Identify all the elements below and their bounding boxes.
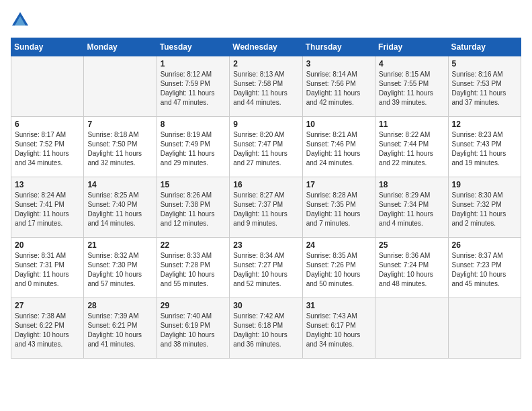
day-info: Sunrise: 8:13 AM Sunset: 7:58 PM Dayligh… xyxy=(233,70,298,107)
calendar-cell: 19Sunrise: 8:30 AM Sunset: 7:32 PM Dayli… xyxy=(448,177,521,238)
day-number: 10 xyxy=(306,120,371,129)
calendar-week-row: 6Sunrise: 8:17 AM Sunset: 7:52 PM Daylig… xyxy=(11,117,521,177)
day-number: 26 xyxy=(452,240,517,250)
day-number: 19 xyxy=(452,180,517,189)
day-number: 22 xyxy=(161,240,226,250)
calendar-week-row: 20Sunrise: 8:31 AM Sunset: 7:31 PM Dayli… xyxy=(11,238,521,298)
logo xyxy=(11,11,32,30)
day-number: 31 xyxy=(306,301,371,310)
day-info: Sunrise: 8:35 AM Sunset: 7:26 PM Dayligh… xyxy=(306,251,371,289)
day-number: 13 xyxy=(15,180,80,189)
calendar-cell: 16Sunrise: 8:27 AM Sunset: 7:37 PM Dayli… xyxy=(230,177,302,238)
calendar-cell: 5Sunrise: 8:16 AM Sunset: 7:53 PM Daylig… xyxy=(448,56,521,117)
day-of-week-header: Thursday xyxy=(302,38,375,56)
day-info: Sunrise: 8:26 AM Sunset: 7:38 PM Dayligh… xyxy=(161,191,226,228)
calendar-week-row: 1Sunrise: 8:12 AM Sunset: 7:59 PM Daylig… xyxy=(11,56,521,117)
day-number: 16 xyxy=(233,180,298,189)
day-info: Sunrise: 8:20 AM Sunset: 7:47 PM Dayligh… xyxy=(233,130,298,168)
calendar-cell: 11Sunrise: 8:22 AM Sunset: 7:44 PM Dayli… xyxy=(375,117,448,177)
day-number: 1 xyxy=(161,59,226,68)
day-of-week-header: Wednesday xyxy=(230,38,302,56)
day-number: 7 xyxy=(87,120,152,129)
day-number: 3 xyxy=(306,59,371,68)
calendar-header: SundayMondayTuesdayWednesdayThursdayFrid… xyxy=(11,38,521,56)
day-number: 2 xyxy=(233,59,298,68)
day-info: Sunrise: 7:38 AM Sunset: 6:22 PM Dayligh… xyxy=(15,312,80,349)
day-of-week-header: Tuesday xyxy=(157,38,229,56)
day-number: 11 xyxy=(379,120,444,129)
calendar-cell: 6Sunrise: 8:17 AM Sunset: 7:52 PM Daylig… xyxy=(11,117,84,177)
calendar-cell: 28Sunrise: 7:39 AM Sunset: 6:21 PM Dayli… xyxy=(84,298,157,359)
calendar-cell: 29Sunrise: 7:40 AM Sunset: 6:19 PM Dayli… xyxy=(157,298,229,359)
day-info: Sunrise: 8:30 AM Sunset: 7:32 PM Dayligh… xyxy=(452,191,517,228)
day-info: Sunrise: 8:31 AM Sunset: 7:31 PM Dayligh… xyxy=(15,251,80,289)
day-number: 9 xyxy=(233,120,298,129)
day-number: 8 xyxy=(161,120,226,129)
day-number: 17 xyxy=(306,180,371,189)
day-info: Sunrise: 8:15 AM Sunset: 7:55 PM Dayligh… xyxy=(379,70,444,107)
calendar-cell: 21Sunrise: 8:32 AM Sunset: 7:30 PM Dayli… xyxy=(84,238,157,298)
day-info: Sunrise: 8:18 AM Sunset: 7:50 PM Dayligh… xyxy=(87,130,152,168)
day-info: Sunrise: 8:28 AM Sunset: 7:35 PM Dayligh… xyxy=(306,191,371,228)
calendar-cell: 31Sunrise: 7:43 AM Sunset: 6:17 PM Dayli… xyxy=(302,298,375,359)
calendar-cell: 18Sunrise: 8:29 AM Sunset: 7:34 PM Dayli… xyxy=(375,177,448,238)
day-number: 30 xyxy=(233,301,298,310)
calendar-week-row: 13Sunrise: 8:24 AM Sunset: 7:41 PM Dayli… xyxy=(11,177,521,238)
calendar-cell: 26Sunrise: 8:37 AM Sunset: 7:23 PM Dayli… xyxy=(448,238,521,298)
calendar-cell xyxy=(448,298,521,359)
page-header xyxy=(11,11,521,30)
day-of-week-header: Friday xyxy=(375,38,448,56)
calendar-cell: 20Sunrise: 8:31 AM Sunset: 7:31 PM Dayli… xyxy=(11,238,84,298)
calendar-table: SundayMondayTuesdayWednesdayThursdayFrid… xyxy=(11,38,521,359)
day-of-week-header: Saturday xyxy=(448,38,521,56)
day-info: Sunrise: 8:34 AM Sunset: 7:27 PM Dayligh… xyxy=(233,251,298,289)
day-info: Sunrise: 8:27 AM Sunset: 7:37 PM Dayligh… xyxy=(233,191,298,228)
day-info: Sunrise: 8:37 AM Sunset: 7:23 PM Dayligh… xyxy=(452,251,517,289)
day-info: Sunrise: 7:39 AM Sunset: 6:21 PM Dayligh… xyxy=(87,312,152,349)
day-number: 4 xyxy=(379,59,444,68)
day-info: Sunrise: 8:25 AM Sunset: 7:40 PM Dayligh… xyxy=(87,191,152,228)
day-number: 14 xyxy=(87,180,152,189)
day-info: Sunrise: 8:23 AM Sunset: 7:43 PM Dayligh… xyxy=(452,130,517,168)
calendar-cell: 22Sunrise: 8:33 AM Sunset: 7:28 PM Dayli… xyxy=(157,238,229,298)
day-info: Sunrise: 8:12 AM Sunset: 7:59 PM Dayligh… xyxy=(161,70,226,107)
calendar-cell: 2Sunrise: 8:13 AM Sunset: 7:58 PM Daylig… xyxy=(230,56,302,117)
calendar-cell xyxy=(375,298,448,359)
day-info: Sunrise: 8:24 AM Sunset: 7:41 PM Dayligh… xyxy=(15,191,80,228)
day-info: Sunrise: 7:43 AM Sunset: 6:17 PM Dayligh… xyxy=(306,312,371,349)
day-of-week-header: Sunday xyxy=(11,38,84,56)
day-number: 24 xyxy=(306,240,371,250)
day-number: 23 xyxy=(233,240,298,250)
day-number: 25 xyxy=(379,240,444,250)
day-info: Sunrise: 8:17 AM Sunset: 7:52 PM Dayligh… xyxy=(15,130,80,168)
calendar-cell: 10Sunrise: 8:21 AM Sunset: 7:46 PM Dayli… xyxy=(302,117,375,177)
day-info: Sunrise: 8:21 AM Sunset: 7:46 PM Dayligh… xyxy=(306,130,371,168)
calendar-cell: 23Sunrise: 8:34 AM Sunset: 7:27 PM Dayli… xyxy=(230,238,302,298)
calendar-cell: 25Sunrise: 8:36 AM Sunset: 7:24 PM Dayli… xyxy=(375,238,448,298)
day-info: Sunrise: 8:16 AM Sunset: 7:53 PM Dayligh… xyxy=(452,70,517,107)
calendar-cell xyxy=(84,56,157,117)
calendar-body: 1Sunrise: 8:12 AM Sunset: 7:59 PM Daylig… xyxy=(11,56,521,359)
day-number: 18 xyxy=(379,180,444,189)
day-info: Sunrise: 8:14 AM Sunset: 7:56 PM Dayligh… xyxy=(306,70,371,107)
day-number: 15 xyxy=(161,180,226,189)
day-number: 12 xyxy=(452,120,517,129)
calendar-cell: 4Sunrise: 8:15 AM Sunset: 7:55 PM Daylig… xyxy=(375,56,448,117)
calendar-week-row: 27Sunrise: 7:38 AM Sunset: 6:22 PM Dayli… xyxy=(11,298,521,359)
day-number: 27 xyxy=(15,301,80,310)
calendar-cell: 3Sunrise: 8:14 AM Sunset: 7:56 PM Daylig… xyxy=(302,56,375,117)
calendar-cell: 17Sunrise: 8:28 AM Sunset: 7:35 PM Dayli… xyxy=(302,177,375,238)
day-info: Sunrise: 8:33 AM Sunset: 7:28 PM Dayligh… xyxy=(161,251,226,289)
day-info: Sunrise: 8:32 AM Sunset: 7:30 PM Dayligh… xyxy=(87,251,152,289)
calendar-cell: 15Sunrise: 8:26 AM Sunset: 7:38 PM Dayli… xyxy=(157,177,229,238)
day-of-week-header: Monday xyxy=(84,38,157,56)
header-row: SundayMondayTuesdayWednesdayThursdayFrid… xyxy=(11,38,521,56)
day-info: Sunrise: 8:19 AM Sunset: 7:49 PM Dayligh… xyxy=(161,130,226,168)
calendar-cell xyxy=(11,56,84,117)
day-number: 6 xyxy=(15,120,80,129)
calendar-cell: 14Sunrise: 8:25 AM Sunset: 7:40 PM Dayli… xyxy=(84,177,157,238)
day-info: Sunrise: 8:36 AM Sunset: 7:24 PM Dayligh… xyxy=(379,251,444,289)
calendar-cell: 8Sunrise: 8:19 AM Sunset: 7:49 PM Daylig… xyxy=(157,117,229,177)
calendar-cell: 24Sunrise: 8:35 AM Sunset: 7:26 PM Dayli… xyxy=(302,238,375,298)
calendar-cell: 30Sunrise: 7:42 AM Sunset: 6:18 PM Dayli… xyxy=(230,298,302,359)
